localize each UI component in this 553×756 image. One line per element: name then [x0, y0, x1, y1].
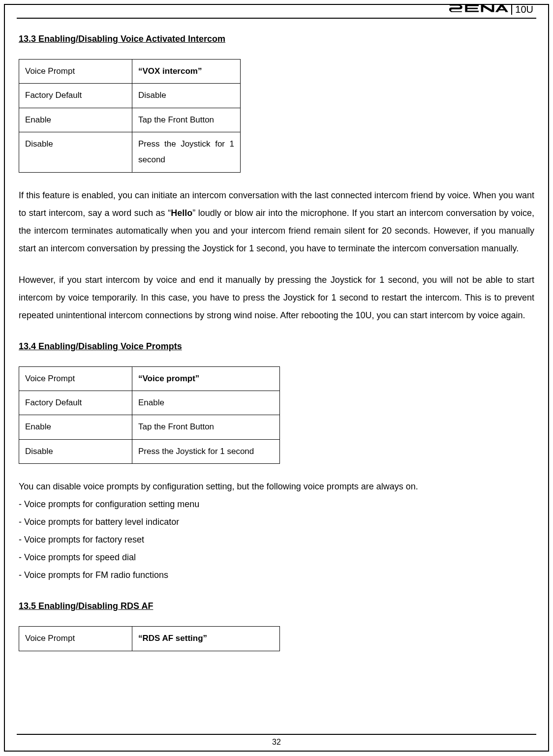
cell-value: Tap the Front Button — [132, 108, 241, 132]
cell-label: Disable — [19, 439, 132, 463]
list-item: - Voice prompts for FM radio functions — [19, 566, 534, 584]
cell-label: Enable — [19, 415, 132, 439]
footer: 32 — [5, 734, 548, 751]
dash-list: - Voice prompts for configuration settin… — [19, 495, 534, 584]
cell-value: Enable — [132, 391, 280, 415]
cell-value: “VOX intercom” — [132, 60, 241, 84]
list-intro: You can disable voice prompts by configu… — [19, 478, 534, 495]
list-item: - Voice prompts for battery level indica… — [19, 513, 534, 531]
text-bold: Hello — [171, 208, 192, 218]
content: 13.3 Enabling/Disabling Voice Activated … — [5, 19, 548, 651]
cell-label: Voice Prompt — [19, 60, 132, 84]
table-row: Disable Press the Joystick for 1 second — [19, 132, 241, 173]
page-number: 32 — [272, 738, 281, 746]
table-row: Factory Default Disable — [19, 84, 241, 108]
table-row: Voice Prompt “VOX intercom” — [19, 60, 241, 84]
paragraph-133-1: If this feature is enabled, you can init… — [19, 186, 534, 257]
table-rds-af: Voice Prompt “RDS AF setting” — [19, 626, 280, 651]
cell-value: Disable — [132, 84, 241, 108]
page: 10U 13.3 Enabling/Disabling Voice Activa… — [4, 4, 549, 752]
cell-value: Press the Joystick for 1 second — [132, 439, 280, 463]
list-item: - Voice prompts for configuration settin… — [19, 495, 534, 513]
cell-value: “Voice prompt” — [132, 366, 280, 391]
table-row: Voice Prompt “RDS AF setting” — [19, 627, 280, 651]
cell-label: Voice Prompt — [19, 627, 132, 651]
cell-label: Enable — [19, 108, 132, 132]
header-rule: 10U — [17, 5, 536, 19]
table-row: Voice Prompt “Voice prompt” — [19, 366, 280, 391]
cell-value: Press the Joystick for 1 second — [132, 132, 241, 173]
table-row: Factory Default Enable — [19, 391, 280, 415]
cell-value: Tap the Front Button — [132, 415, 280, 439]
table-row: Enable Tap the Front Button — [19, 108, 241, 132]
cell-value: “RDS AF setting” — [132, 627, 280, 651]
model-label: 10U — [511, 4, 536, 15]
heading-13-5: 13.5 Enabling/Disabling RDS AF — [19, 598, 534, 614]
header-logo-block: 10U — [449, 4, 536, 15]
paragraph-133-2: However, if you start intercom by voice … — [19, 271, 534, 324]
table-row: Disable Press the Joystick for 1 second — [19, 439, 280, 463]
table-voice-prompt: Voice Prompt “Voice prompt” Factory Defa… — [19, 366, 280, 464]
heading-13-3: 13.3 Enabling/Disabling Voice Activated … — [19, 30, 534, 47]
footer-rule: 32 — [17, 734, 536, 751]
cell-label: Factory Default — [19, 84, 132, 108]
sena-logo-icon — [449, 4, 508, 15]
heading-13-4: 13.4 Enabling/Disabling Voice Prompts — [19, 338, 534, 355]
table-vox-intercom: Voice Prompt “VOX intercom” Factory Defa… — [19, 59, 241, 172]
table-row: Enable Tap the Front Button — [19, 415, 280, 439]
list-item: - Voice prompts for factory reset — [19, 531, 534, 548]
list-item: - Voice prompts for speed dial — [19, 548, 534, 566]
cell-label: Factory Default — [19, 391, 132, 415]
cell-label: Disable — [19, 132, 132, 173]
cell-label: Voice Prompt — [19, 366, 132, 391]
